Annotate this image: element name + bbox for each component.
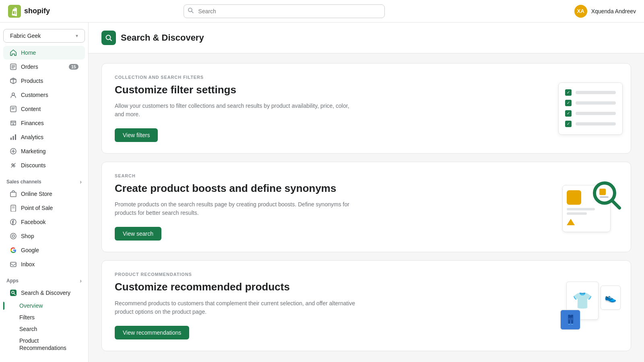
svg-rect-14	[10, 138, 12, 140]
google-icon	[10, 247, 17, 254]
search-card-label: SEARCH	[115, 173, 537, 178]
facebook-icon	[10, 218, 17, 226]
main-content: Search & Discovery COLLECTION AND SEARCH…	[89, 23, 644, 362]
page-header: Search & Discovery	[89, 23, 644, 53]
filter-row-1	[565, 89, 616, 96]
topbar: shopify XA Xquenda Andreev	[0, 0, 644, 23]
view-search-button[interactable]: View search	[115, 227, 161, 241]
svg-rect-37	[600, 196, 609, 198]
svg-rect-16	[15, 134, 16, 140]
sidebar-item-label: Analytics	[21, 134, 43, 140]
sidebar-item-orders[interactable]: Orders 15	[3, 60, 85, 74]
sidebar-item-online-store[interactable]: Online Store	[3, 187, 85, 201]
sidebar-item-finances[interactable]: Finances	[3, 116, 85, 130]
sidebar-item-search-discovery[interactable]: Search & Discovery	[3, 286, 85, 300]
subnav-item-search[interactable]: Search	[3, 323, 85, 335]
sidebar-item-label: Marketing	[21, 148, 45, 154]
svg-line-33	[110, 39, 111, 41]
content-icon	[10, 105, 17, 113]
sidebar-item-label: Facebook	[21, 219, 45, 225]
sidebar-item-analytics[interactable]: Analytics	[3, 130, 85, 144]
inbox-icon	[10, 261, 17, 268]
sidebar-item-label: Shop	[21, 233, 34, 239]
svg-point-9	[12, 93, 14, 95]
svg-rect-21	[10, 192, 16, 197]
sidebar-item-facebook[interactable]: Facebook	[3, 215, 85, 229]
marketing-icon	[10, 148, 17, 155]
sidebar-item-inbox[interactable]: Inbox	[3, 257, 85, 271]
svg-rect-15	[13, 136, 14, 140]
chevron-right-icon-apps[interactable]: ›	[80, 278, 82, 284]
products-icon	[10, 77, 17, 84]
search-card-content: SEARCH Create product boosts and define …	[102, 162, 550, 252]
filters-card-content: COLLECTION AND SEARCH FILTERS Customize …	[102, 64, 550, 153]
pos-icon	[10, 204, 17, 212]
subnav-item-label: Product Recommendations	[19, 337, 78, 352]
sidebar-item-customers[interactable]: Customers	[3, 88, 85, 102]
filter-row-2	[565, 100, 616, 106]
subnav-item-recommendations[interactable]: Product Recommendations	[3, 335, 85, 354]
sidebar-item-label: Online Store	[21, 191, 52, 197]
view-recommendations-button[interactable]: View recommendations	[115, 326, 189, 339]
sidebar-item-label: Content	[21, 106, 41, 112]
subnav-item-label: Search	[19, 326, 37, 332]
svg-rect-28	[10, 262, 16, 267]
recommendations-card-label: PRODUCT RECOMMENDATIONS	[115, 272, 537, 277]
search-input[interactable]	[184, 4, 385, 18]
logo-text: shopify	[24, 7, 50, 15]
sidebar-item-label: Google	[21, 247, 39, 253]
search-card: SEARCH Create product boosts and define …	[101, 162, 631, 252]
sidebar-item-label: Discounts	[21, 162, 45, 169]
sales-channels-header: Sales channels ›	[0, 174, 88, 187]
sidebar-item-label: Point of Sale	[21, 205, 53, 211]
recommendations-card-title: Customize recommended products	[115, 281, 537, 293]
store-selector[interactable]: Fabric Geek ▾	[3, 29, 85, 43]
checkbox-checked-icon	[565, 89, 572, 96]
shopify-logo-icon	[8, 5, 21, 18]
recommendations-card-content: PRODUCT RECOMMENDATIONS Customize recomm…	[102, 261, 550, 350]
main-layout: Fabric Geek ▾ Home Orders 15	[0, 23, 644, 362]
shop-icon	[10, 232, 17, 240]
sidebar-item-shop[interactable]: Shop	[3, 229, 85, 243]
analytics-icon	[10, 134, 17, 141]
sidebar-item-products[interactable]: Products	[3, 74, 85, 88]
search-illustration	[550, 162, 631, 252]
user-name: Xquenda Andreev	[591, 8, 636, 14]
sidebar-item-pos[interactable]: Point of Sale	[3, 201, 85, 215]
sidebar-item-label: Inbox	[21, 261, 35, 267]
sidebar-item-discounts[interactable]: Discounts	[3, 158, 85, 172]
view-filters-button[interactable]: View filters	[115, 128, 158, 142]
subnav-item-filters[interactable]: Filters	[3, 312, 85, 323]
global-search-bar[interactable]	[184, 4, 385, 18]
sidebar-item-label: Orders	[21, 64, 38, 70]
filter-row-3	[565, 110, 616, 117]
search-visual	[558, 179, 623, 235]
recommendations-card: PRODUCT RECOMMENDATIONS Customize recomm…	[101, 260, 631, 351]
subnav-item-label: Overview	[19, 302, 43, 309]
discounts-icon	[10, 162, 17, 169]
user-menu[interactable]: XA Xquenda Andreev	[574, 5, 636, 18]
customers-icon	[10, 91, 17, 99]
sidebar: Fabric Geek ▾ Home Orders 15	[0, 23, 89, 362]
sidebar-item-home[interactable]: Home	[3, 46, 85, 60]
subnav-item-overview[interactable]: Overview	[3, 300, 85, 311]
svg-rect-22	[11, 205, 16, 212]
svg-point-26	[10, 233, 16, 239]
cards-container: COLLECTION AND SEARCH FILTERS Customize …	[89, 53, 644, 362]
search-app-icon	[10, 289, 17, 296]
svg-point-18	[12, 164, 13, 165]
sidebar-item-content[interactable]: Content	[3, 102, 85, 116]
search-card-title: Create product boosts and define synonym…	[115, 182, 537, 195]
recommendations-card-desc: Recommend products to customers that com…	[115, 299, 356, 316]
search-card-desc: Promote products on the search results p…	[115, 200, 356, 217]
sidebar-item-google[interactable]: Google	[3, 243, 85, 257]
checkbox-checked-icon	[565, 100, 572, 106]
svg-line-35	[612, 201, 619, 208]
sidebar-item-label: Products	[21, 78, 43, 84]
sidebar-item-label: Search & Discovery	[21, 290, 70, 296]
chevron-right-icon[interactable]: ›	[80, 179, 82, 185]
filters-card-title: Customize filter settings	[115, 84, 537, 96]
sidebar-item-marketing[interactable]: Marketing	[3, 144, 85, 158]
home-icon	[10, 49, 17, 56]
svg-point-13	[13, 123, 14, 125]
